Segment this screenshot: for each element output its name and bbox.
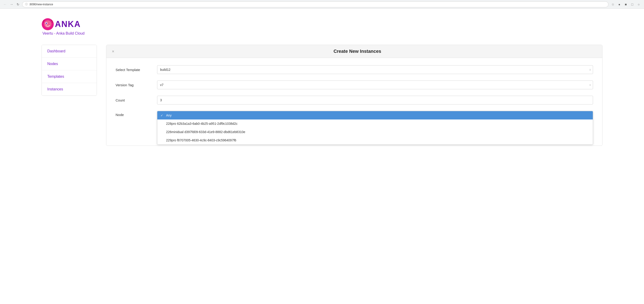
anka-logo-icon — [42, 18, 54, 30]
logo-text: ANKA — [55, 19, 81, 29]
node-option-229pro-label: 229pro f8707005-4630-4c9c-8403-c9c596409… — [166, 138, 236, 142]
node-option-228pro[interactable]: 228pro 62b3a1a3-6ab0-4b25-a951-2df9c1038… — [157, 120, 593, 128]
count-input[interactable] — [157, 96, 593, 104]
node-option-228pro-label: 228pro 62b3a1a3-6ab0-4b25-a951-2df9c1038… — [166, 122, 238, 126]
check-icon: ✓ — [160, 114, 164, 117]
template-row: Select Template build12 build11 build10 … — [116, 65, 593, 74]
bookmark-button[interactable]: ☆ — [610, 2, 616, 7]
sidebar-item-nodes[interactable]: Nodes — [42, 58, 97, 70]
main-content: Dashboard Nodes Templates Instances × Cr… — [42, 45, 602, 146]
count-input-wrapper — [157, 96, 593, 104]
panel-title: Create New Instances — [118, 49, 597, 54]
refresh-button[interactable]: ↻ — [16, 2, 20, 7]
extension3-button[interactable]: □ — [630, 2, 635, 7]
count-label: Count — [116, 98, 152, 102]
template-select[interactable]: build12 build11 build10 — [157, 65, 593, 74]
version-tag-label: Version Tag — [116, 83, 152, 87]
sidebar: Dashboard Nodes Templates Instances — [42, 45, 97, 96]
template-select-wrapper: build12 build11 build10 ↕ — [157, 65, 593, 74]
main-panel: × Create New Instances Select Template b… — [106, 45, 602, 146]
extension1-button[interactable]: ● — [617, 2, 622, 7]
info-icon: ⓘ — [25, 2, 28, 6]
template-label: Select Template — [116, 68, 152, 72]
node-row: Node ✓ Any 228pro 62b3a1a3-6ab0-4b25-a95… — [116, 111, 593, 117]
count-row: Count — [116, 96, 593, 104]
forward-button[interactable]: → — [9, 2, 14, 7]
logo-subtitle: Veertu - Anka Build Cloud — [42, 31, 84, 36]
node-option-229pro[interactable]: 229pro f8707005-4630-4c9c-8403-c9c596409… — [157, 136, 593, 144]
extension4-button[interactable]: ○ — [636, 2, 641, 7]
page-wrapper: ANKA Veertu - Anka Build Cloud Dashboard… — [0, 9, 644, 155]
browser-actions: ☆ ● ■ □ ○ — [610, 2, 641, 7]
node-option-any-label: Any — [166, 114, 172, 117]
node-dropdown-list: ✓ Any 228pro 62b3a1a3-6ab0-4b25-a951-2df… — [157, 111, 593, 144]
panel-header: × Create New Instances — [106, 45, 602, 58]
sidebar-item-templates[interactable]: Templates — [42, 70, 97, 83]
extension2-button[interactable]: ■ — [623, 2, 628, 7]
panel-body: Select Template build12 build11 build10 … — [106, 58, 602, 146]
node-option-226minidual[interactable]: 226minidual d397fd09-633d-41e9-8882-dbd6… — [157, 128, 593, 136]
node-label: Node — [116, 111, 152, 117]
version-tag-select-wrapper: v7 v6 v5 latest ↕ — [157, 80, 593, 89]
sidebar-item-dashboard[interactable]: Dashboard — [42, 45, 97, 58]
node-option-any[interactable]: ✓ Any — [157, 111, 593, 120]
svg-point-3 — [46, 22, 47, 24]
svg-point-1 — [44, 20, 52, 28]
close-button[interactable]: × — [112, 49, 114, 54]
version-tag-select[interactable]: v7 v6 v5 latest — [157, 80, 593, 89]
url-bar[interactable]: ⓘ :8090/new-instance — [22, 2, 608, 8]
svg-point-4 — [46, 23, 46, 23]
sidebar-item-instances[interactable]: Instances — [42, 83, 97, 96]
logo-row: ANKA — [42, 18, 81, 30]
logo-area: ANKA Veertu - Anka Build Cloud — [42, 18, 602, 36]
browser-chrome: ← → ↻ ⓘ :8090/new-instance ☆ ● ■ □ ○ — [0, 0, 644, 9]
version-tag-row: Version Tag v7 v6 v5 latest ↕ — [116, 80, 593, 89]
node-option-226minidual-label: 226minidual d397fd09-633d-41e9-8882-dbd6… — [166, 130, 245, 134]
back-button[interactable]: ← — [3, 2, 8, 7]
url-text: :8090/new-instance — [29, 3, 53, 6]
